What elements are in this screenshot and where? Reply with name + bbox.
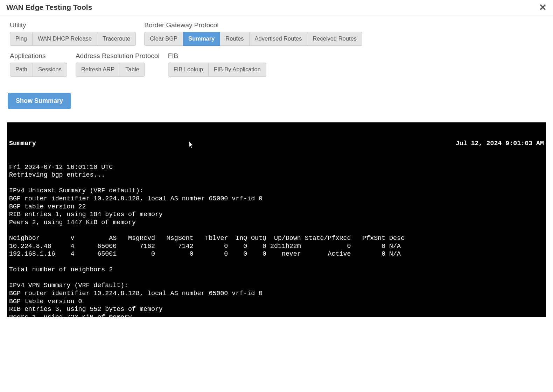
fib-lookup-button[interactable]: FIB Lookup (168, 63, 209, 77)
arp-table-button[interactable]: Table (120, 63, 145, 77)
refresh-arp-button[interactable]: Refresh ARP (76, 63, 120, 77)
group-bgp: Border Gateway Protocol Clear BGP Summar… (144, 21, 362, 46)
group-label-fib: FIB (168, 52, 266, 60)
controls-area: Utility Ping WAN DHCP Release Traceroute… (0, 15, 553, 113)
terminal-body: Fri 2024-07-12 16:01:10 UTC Retrieving b… (9, 163, 544, 317)
traceroute-button[interactable]: Traceroute (97, 32, 136, 46)
bgp-routes-button[interactable]: Routes (220, 32, 249, 46)
bgp-received-routes-button[interactable]: Received Routes (307, 32, 362, 46)
dialog-header: WAN Edge Testing Tools ✕ (0, 0, 553, 15)
bgp-advertised-routes-button[interactable]: Advertised Routes (250, 32, 308, 46)
fib-by-application-button[interactable]: FIB By Application (209, 63, 266, 77)
bgp-summary-button[interactable]: Summary (183, 32, 220, 46)
ping-button[interactable]: Ping (10, 32, 33, 46)
clear-bgp-button[interactable]: Clear BGP (144, 32, 183, 46)
close-icon[interactable]: ✕ (539, 3, 547, 12)
wan-dhcp-release-button[interactable]: WAN DHCP Release (33, 32, 97, 46)
show-summary-button[interactable]: Show Summary (8, 93, 71, 109)
group-utility: Utility Ping WAN DHCP Release Traceroute (10, 21, 136, 46)
terminal-title: Summary (9, 140, 36, 148)
apps-sessions-button[interactable]: Sessions (33, 63, 67, 77)
group-label-applications: Applications (10, 52, 67, 60)
group-arp: Address Resolution Protocol Refresh ARP … (76, 52, 160, 77)
terminal-timestamp: Jul 12, 2024 9:01:03 AM (456, 140, 544, 148)
group-label-bgp: Border Gateway Protocol (144, 21, 362, 29)
group-label-arp: Address Resolution Protocol (76, 52, 160, 60)
group-fib: FIB FIB Lookup FIB By Application (168, 52, 266, 77)
group-label-utility: Utility (10, 21, 136, 29)
apps-path-button[interactable]: Path (10, 63, 33, 77)
group-applications: Applications Path Sessions (10, 52, 67, 77)
dialog-title: WAN Edge Testing Tools (6, 3, 92, 12)
terminal-output: Summary Jul 12, 2024 9:01:03 AM Fri 2024… (7, 122, 546, 317)
